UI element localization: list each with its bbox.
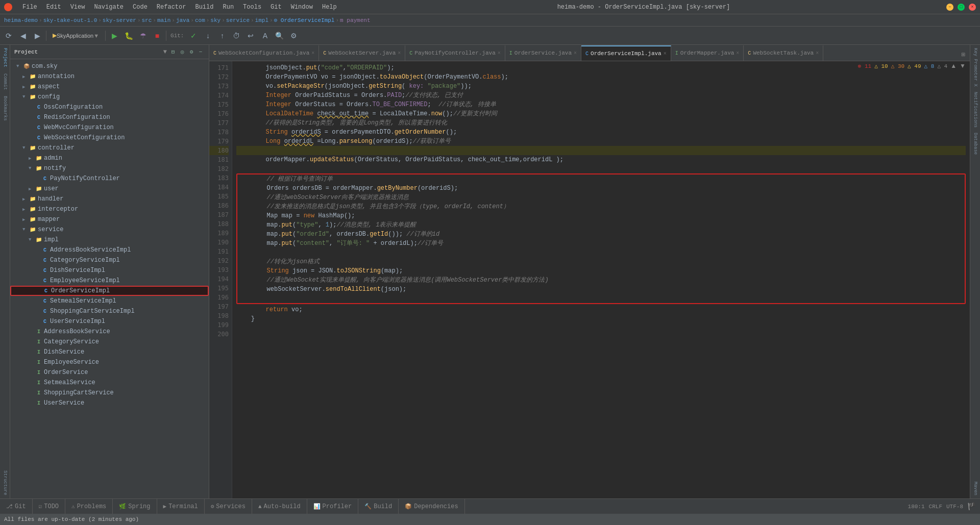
tree-close[interactable]: − [197,48,205,56]
maximize-button[interactable]: □ [958,4,965,11]
tree-item-config[interactable]: ▼ 📁 config [10,92,209,102]
tab-close-orderserviceimpl[interactable]: × [664,51,667,57]
toolbar-git-check-btn[interactable]: ✓ [187,29,200,42]
breadcrumb-java[interactable]: java [176,17,189,23]
right-panel-notifications[interactable]: Notifications [972,90,979,130]
code-editor[interactable]: 171 172 173 174 175 176 177 178 179 180 … [209,61,970,498]
breadcrumb-com[interactable]: com [195,17,205,23]
menu-run[interactable]: Run [218,3,238,12]
tab-close-ordermapper[interactable]: × [736,51,739,56]
toolbar-run-config-btn[interactable]: ▶ SkyApplication ▼ [48,29,103,42]
tree-item-websocketconfiguration[interactable]: C WebSocketConfiguration [10,133,209,143]
tree-item-addressbookserviceimpl[interactable]: C AddressBookServiceImpl [10,245,209,255]
breadcrumb-impl[interactable]: impl [255,17,268,23]
tree-item-webmvcconfiguration[interactable]: C WebMvcConfiguration [10,122,209,133]
tab-orderservice[interactable]: I OrderService.java × [505,45,581,61]
toolbar-settings-btn[interactable]: ⚙ [287,29,300,42]
tab-websocketserver[interactable]: C WebSocketServer.java × [319,45,405,61]
tree-item-interceptor[interactable]: ▶ 📁 interceptor [10,204,209,214]
toolbar-coverage-btn[interactable]: ☂ [136,29,150,42]
tree-item-setmealserviceimpl[interactable]: C SetmealServiceImpl [10,296,209,306]
breadcrumb-heima-demo[interactable]: heima-demo [4,17,38,23]
tree-scroll-to-source[interactable]: ◎ [178,48,186,56]
tree-item-employeeservice[interactable]: I EmployeeService [10,357,209,367]
menu-navigate[interactable]: Navigate [90,3,128,12]
right-panel-database[interactable]: Database [972,131,979,157]
tree-collapse-all[interactable]: ⊟ [169,48,177,56]
menu-refactor[interactable]: Refactor [153,3,190,12]
status-position[interactable]: 180:1 [908,504,925,510]
tree-item-aspect[interactable]: ▶ 📁 aspect [10,82,209,92]
left-panel-structure[interactable]: Structure [2,467,9,498]
tree-item-handler[interactable]: ▶ 📁 handler [10,194,209,204]
tree-item-impl[interactable]: ▼ 📁 impl [10,235,209,245]
tree-item-categoryserviceimpl[interactable]: C CategoryServiceImpl [10,255,209,265]
menu-view[interactable]: View [66,3,89,12]
right-panel-key-promoter[interactable]: Key Promoter X [972,46,979,89]
toolbar-btn-1[interactable]: ⟳ [2,29,15,42]
tree-item-setmealservice[interactable]: I SetmealService [10,378,209,388]
tree-item-paynotifycontroller[interactable]: C PayNotifyController [10,173,209,184]
breadcrumb-sky-take-out[interactable]: sky-take-out-1.0 [43,17,97,23]
tree-item-redisconfiguration[interactable]: C RedisConfiguration [10,112,209,122]
breadcrumb-service[interactable]: service [226,17,250,23]
toolbar-btn-3[interactable]: ▶ [31,29,44,42]
right-panel-maven[interactable]: Maven [972,480,979,497]
file-tree-dropdown[interactable]: ▼ [163,48,167,56]
bottom-tab-todo[interactable]: ☑ TODO [33,499,65,514]
breadcrumb-payment[interactable]: m payment [340,17,370,23]
tab-close-orderservice[interactable]: × [574,51,577,56]
tree-item-com-sky[interactable]: ▼ 📦 com.sky [10,61,209,71]
minimize-button[interactable]: − [946,4,953,11]
tree-item-service[interactable]: ▼ 📁 service [10,224,209,235]
toolbar-run-btn[interactable]: ▶ [108,29,121,42]
bottom-tab-spring[interactable]: 🌿 Spring [113,499,157,514]
tree-item-annotation[interactable]: ▶ 📁 annotation [10,71,209,82]
status-linesep[interactable]: CRLF [929,504,942,510]
tab-websocketconfiguration[interactable]: C WebSocketConfiguration.java × [209,45,319,61]
tab-websockettask[interactable]: C WebSocketTask.java × [744,45,823,61]
left-panel-project[interactable]: Project [2,45,9,70]
menu-help[interactable]: Help [318,3,341,12]
bottom-tab-problems[interactable]: ⚠ Problems [65,499,113,514]
tree-item-orderserviceimpl[interactable]: C OrderServiceImpl [10,286,209,296]
breadcrumb-main[interactable]: main [157,17,170,23]
bottom-tab-dependencies[interactable]: 📦 Dependencies [399,499,464,514]
tree-item-orderservice[interactable]: I OrderService [10,367,209,378]
tab-close-websocketserver[interactable]: × [398,51,401,56]
error-expand-btn[interactable]: ▲ [950,62,957,69]
tree-item-userservice[interactable]: I UserService [10,398,209,408]
close-button[interactable]: × [969,4,976,11]
toolbar-debug-btn[interactable]: 🐛 [122,29,135,42]
menu-git[interactable]: Git [266,3,286,12]
tree-item-addressbookservice[interactable]: I AddressBookService [10,327,209,337]
breadcrumb-sky[interactable]: sky [210,17,220,23]
tree-item-dishserviceimpl[interactable]: C DishServiceImpl [10,265,209,276]
tree-item-userserviceimpl[interactable]: C UserServiceImpl [10,316,209,327]
menu-file[interactable]: File [18,3,41,12]
tab-close-websockettask[interactable]: × [816,51,819,56]
bottom-tab-services[interactable]: ⚙ Services [205,499,252,514]
bottom-tab-build[interactable]: 🔨 Build [358,499,399,514]
left-panel-bookmarks[interactable]: Bookmarks [2,93,9,124]
tree-item-user[interactable]: ▶ 📁 user [10,184,209,194]
tree-item-controller[interactable]: ▼ 📁 controller [10,143,209,153]
toolbar-stop-btn[interactable]: ■ [151,29,164,42]
menu-edit[interactable]: Edit [42,3,65,12]
tree-item-shoppingcartservice[interactable]: I ShoppingCartService [10,388,209,398]
tree-item-dishservice[interactable]: I DishService [10,347,209,357]
tab-split-btn[interactable]: ⊞ [957,47,970,61]
menu-code[interactable]: Code [129,3,152,12]
status-encoding[interactable]: UTF-8 [946,504,963,510]
breadcrumb-src[interactable]: src [141,17,152,23]
toolbar-git-history-btn[interactable]: ⏱ [230,29,243,42]
error-collapse-btn[interactable]: ▼ [960,62,966,69]
tree-item-categoryservice[interactable]: I CategoryService [10,337,209,347]
toolbar-git-update-btn[interactable]: ↓ [201,29,214,42]
tab-orderserviceimpl[interactable]: C OrderServiceImpl.java × [581,45,671,61]
code-content[interactable]: jsonObject.put("code","ORDERPAID"); Orde… [232,61,970,498]
toolbar-git-push-btn[interactable]: ↑ [215,29,229,42]
tab-ordermapper[interactable]: I OrderMapper.java × [671,45,744,61]
left-panel-commit[interactable]: Commit [2,70,9,93]
bottom-tab-git[interactable]: ⎇ Git [0,499,33,514]
